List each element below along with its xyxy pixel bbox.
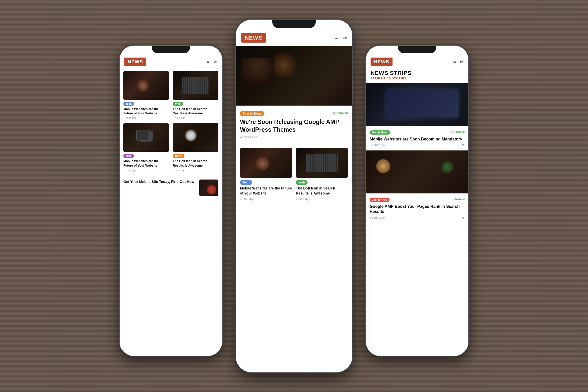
- strip-footer-2: 2 hours ago ↺: [370, 216, 465, 220]
- card-title-1-4: The Bolt Icon in Search Results is Aweso…: [173, 159, 218, 168]
- card-img-2-2: [296, 148, 348, 178]
- teaser-img: [199, 179, 218, 196]
- featured-by: by Enabled: [332, 111, 348, 115]
- phone-1: NEWS ≡ ✉ Tech Mobile Websites are the Fu…: [120, 46, 222, 356]
- card-1-3[interactable]: Misc Mobile Websites are the Future of Y…: [123, 123, 169, 172]
- menu-icon-3[interactable]: ≡: [453, 59, 456, 64]
- teaser-title: Get Your Mobile Site Today, Find Out How: [123, 179, 197, 183]
- news-logo-3: NEWS: [371, 58, 393, 66]
- strip-footer-1: 2 hours ago ↺: [370, 143, 465, 147]
- strips-sub: STRIPS PICS STORIES: [371, 77, 464, 80]
- notch-3: [398, 46, 436, 53]
- mail-icon-1[interactable]: ✉: [214, 59, 217, 64]
- featured-tag-row: Special News by Enabled: [240, 109, 348, 117]
- card-time-2-1: 1 hour ago: [240, 197, 292, 200]
- notch-2: [272, 20, 316, 28]
- tag-2-2: Web: [296, 180, 308, 185]
- strip-1[interactable]: Mobile News by Enabled Mobile Websites a…: [366, 83, 469, 151]
- card-time-1-1: 1 hour ago: [123, 117, 169, 119]
- divider-1: [123, 175, 218, 175]
- card-img-1-4: [173, 123, 218, 152]
- strip-content-1: Mobile News by Enabled Mobile Websites a…: [366, 126, 469, 151]
- retweet-icon-1: ↺: [462, 143, 465, 147]
- menu-icon-2[interactable]: ≡: [335, 35, 338, 41]
- strip-meta-2: Just for You by Enabled: [370, 196, 465, 203]
- card-img-1-2: [173, 71, 218, 100]
- tag-1-4: News: [173, 154, 184, 158]
- featured-title: We're Soon Releasing Google AMP WordPres…: [240, 118, 348, 134]
- strips-heading: NEWS STRIPS STRIPS PICS STORIES: [366, 69, 469, 83]
- strip-tag-1: Mobile News: [370, 130, 390, 135]
- card-1-2[interactable]: Web The Bolt Icon in Search Results is A…: [173, 71, 218, 119]
- card-1-1[interactable]: Tech Mobile Websites are the Future of Y…: [123, 71, 169, 119]
- strip-by-1: by Enabled: [451, 131, 465, 133]
- strip-tag-2: Just for You: [370, 198, 389, 202]
- screen-1: NEWS ≡ ✉ Tech Mobile Websites are the Fu…: [120, 46, 222, 356]
- strip-author-1: Enabled: [454, 131, 465, 133]
- tag-1-1: Tech: [123, 102, 134, 106]
- card-time-1-3: 1 hour ago: [123, 169, 169, 171]
- card-2-2[interactable]: Web The Bolt Icon in Search Results is A…: [296, 148, 348, 200]
- strips-title: NEWS STRIPS: [371, 70, 464, 76]
- phone-3: NEWS ≡ ✉ NEWS STRIPS STRIPS PICS STORIES…: [366, 46, 469, 356]
- menu-icon-1[interactable]: ≡: [207, 59, 210, 64]
- divider-2: [240, 144, 348, 144]
- header-icons-2: ≡ ✉: [335, 35, 347, 41]
- featured-time: 4 hours ago: [240, 135, 348, 139]
- featured-author: Enabled: [336, 111, 348, 115]
- strip-img-1: [366, 83, 469, 126]
- strip-2[interactable]: Just for You by Enabled Google AMP Boost…: [366, 151, 469, 223]
- tag-1-3: Misc: [123, 154, 134, 158]
- strip-author-2: Enabled: [454, 198, 465, 201]
- card-title-1-1: Mobile Websites are the Future of Your W…: [123, 107, 169, 116]
- mail-icon-2[interactable]: ✉: [343, 35, 347, 41]
- card-time-1-2: 2 hour ago: [173, 117, 218, 119]
- card-title-1-3: Mobile Websites are the Future of Your W…: [123, 159, 169, 168]
- two-col-cards: Tech Mobile Websites are the Future of Y…: [236, 148, 352, 200]
- featured-image: [236, 46, 352, 106]
- strip-meta-1: Mobile News by Enabled: [370, 128, 465, 136]
- retweet-icon-2: ↺: [462, 216, 465, 220]
- strip-time-1: 2 hours ago: [370, 143, 385, 147]
- mail-icon-3[interactable]: ✉: [460, 59, 464, 64]
- header-icons-1: ≡ ✉: [207, 59, 217, 64]
- card-2-1[interactable]: Tech Mobile Websites are the Future of Y…: [240, 148, 292, 200]
- card-img-2-1: [240, 148, 292, 178]
- card-img-1-1: [123, 71, 169, 100]
- card-time-2-2: 2 hour ago: [296, 197, 348, 200]
- featured-content: Special News by Enabled We're Soon Relea…: [236, 106, 352, 144]
- card-img-1-3: [123, 123, 169, 152]
- card-title-2-2: The Bolt Icon in Search Results is Aweso…: [296, 186, 348, 196]
- news-logo-2: NEWS: [241, 33, 266, 43]
- bottom-teaser[interactable]: Get Your Mobile Site Today, Find Out How: [123, 178, 218, 196]
- content-1: Tech Mobile Websites are the Future of Y…: [120, 69, 222, 199]
- phone-2: NEWS ≡ ✉ Special News by Enabled We're S…: [236, 20, 352, 372]
- card-grid-1: Tech Mobile Websites are the Future of Y…: [123, 71, 218, 172]
- card-time-1-4: 2 hour ago: [173, 169, 218, 171]
- strip-by-2: by Enabled: [451, 198, 465, 201]
- notch-1: [152, 46, 190, 53]
- news-logo-1: NEWS: [124, 58, 146, 66]
- strip-time-2: 2 hours ago: [370, 216, 385, 219]
- by-label: by: [332, 111, 336, 115]
- card-title-1-2: The Bolt Icon in Search Results is Aweso…: [173, 107, 218, 116]
- featured-tag: Special News: [240, 111, 265, 116]
- card-title-2-1: Mobile Websites are the Future of Your W…: [240, 186, 292, 196]
- header-icons-3: ≡ ✉: [453, 59, 464, 64]
- screen-2: NEWS ≡ ✉ Special News by Enabled We're S…: [236, 20, 352, 372]
- strip-title-2: Google AMP Boost Your Pages Rank in Sear…: [370, 204, 465, 214]
- strip-img-2: [366, 151, 469, 193]
- tag-1-2: Web: [173, 102, 183, 106]
- strip-title-1: Mobile Websites are Soon Becoming Mandat…: [370, 136, 465, 142]
- tag-2-1: Tech: [240, 180, 252, 185]
- strip-content-2: Just for You by Enabled Google AMP Boost…: [366, 193, 469, 223]
- card-1-4[interactable]: News The Bolt Icon in Search Results is …: [173, 123, 218, 172]
- screen-3: NEWS ≡ ✉ NEWS STRIPS STRIPS PICS STORIES…: [366, 46, 469, 356]
